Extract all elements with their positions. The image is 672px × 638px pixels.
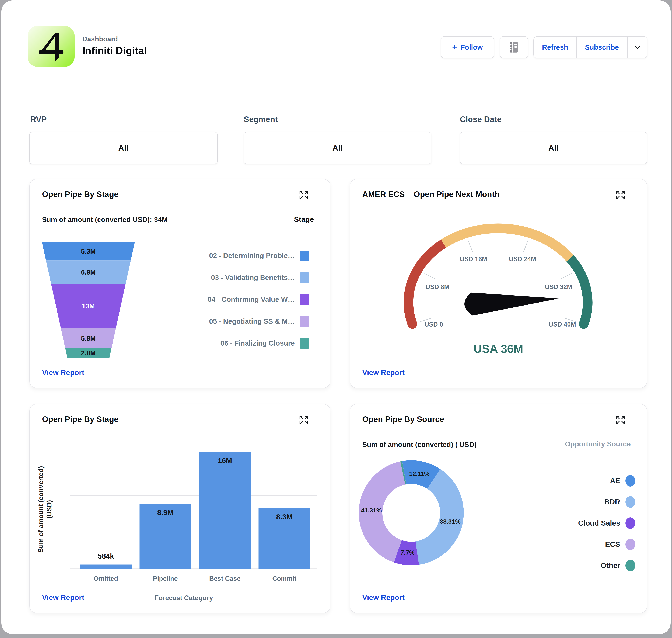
legend-item[interactable]: BDR (525, 491, 635, 513)
legend-label: BDR (604, 498, 620, 506)
logo-4-glyph (34, 30, 68, 63)
donut-subtitle: Sum of amount (converted) ( USD) (362, 441, 477, 449)
donut-legend: AEBDRCloud SalesECSOther (525, 470, 635, 576)
filter-label-close-date: Close Date (460, 115, 502, 124)
gauge-tick-label: USD 16M (460, 255, 487, 263)
more-actions-button[interactable] (627, 37, 647, 58)
expand-icon[interactable] (298, 189, 309, 201)
filter-value: All (118, 143, 128, 153)
card-open-pipe-by-source-donut: Open Pipe By Source Sum of amount (conve… (350, 404, 647, 613)
legend-label: 05 - Negotiating SS & M… (209, 317, 295, 325)
legend-item[interactable]: 02 - Determining Proble… (173, 245, 309, 267)
funnel-segment-value: 5.3M (81, 248, 96, 255)
gauge-arc-segment (409, 244, 444, 324)
legend-label: 03 - Validating Benefits… (211, 274, 295, 282)
filter-label-rvp: RVP (30, 115, 47, 124)
gauge-needle (464, 292, 559, 316)
funnel-segment-value: 5.8M (81, 335, 96, 342)
plus-icon: + (452, 43, 457, 51)
legend-label: ECS (605, 540, 620, 549)
refresh-button[interactable]: Refresh (534, 37, 576, 58)
legend-item[interactable]: 05 - Negotiating SS & M… (173, 310, 309, 332)
legend-label: Other (601, 561, 620, 570)
funnel-chart[interactable]: 5.3M6.9M13M5.8M2.8M (42, 242, 135, 358)
legend-swatch (300, 272, 309, 283)
card-open-pipe-by-stage-funnel: Open Pipe By Stage Sum of amount (conver… (29, 179, 330, 388)
follow-label: Follow (461, 44, 483, 51)
dashboard-page: Dashboard Infiniti Digital + Follow Refr… (1, 0, 671, 634)
funnel-segment-value: 6.9M (81, 269, 96, 276)
legend-swatch (625, 517, 635, 529)
donut-percent-label: 7.7% (400, 549, 415, 556)
bar-x-axis-label: Forecast Category (135, 594, 233, 602)
gauge-chart[interactable]: USD 0USD 8MUSD 16MUSD 24MUSD 32MUSD 40M (350, 179, 648, 388)
bar-chart[interactable]: 584kOmitted8.9MPipeline16MBest Case8.3MC… (59, 444, 327, 586)
legend-swatch (625, 560, 635, 571)
expand-icon[interactable] (298, 415, 309, 426)
follow-button[interactable]: + Follow (441, 36, 494, 58)
filter-select-segment[interactable]: All (244, 132, 431, 164)
funnel-subtitle: Sum of amount (converted USD): 34M (42, 216, 168, 223)
subscribe-label: Subscribe (585, 44, 619, 51)
subscribe-button[interactable]: Subscribe (576, 37, 627, 58)
expand-icon[interactable] (615, 415, 626, 426)
filter-select-close-date[interactable]: All (460, 132, 647, 164)
refresh-label: Refresh (542, 44, 568, 51)
y-axis-label-line: (USD) (45, 438, 54, 581)
app-logo (28, 26, 74, 67)
gauge-arc-segment (570, 258, 588, 324)
view-report-link[interactable]: View Report (362, 593, 404, 602)
legend-swatch (300, 316, 309, 327)
gauge-arc-cap (579, 319, 588, 329)
gauge-arc-cap (408, 319, 417, 329)
legend-item[interactable]: Cloud Sales (525, 513, 635, 534)
donut-percent-label: 41.31% (361, 507, 382, 514)
filter-label-segment: Segment (244, 115, 278, 124)
donut-chart[interactable]: 12.11%38.31%7.7%41.31% (359, 460, 464, 565)
gauge-tick-label: USD 40M (549, 321, 576, 328)
card-title: AMER ECS _ Open Pipe Next Month (362, 189, 500, 199)
chevron-down-icon (634, 45, 640, 49)
view-report-link[interactable]: View Report (362, 368, 404, 377)
gauge-value-label: USA 36M (350, 342, 647, 355)
bar-value-label: 16M (218, 456, 232, 465)
legend-label: 04 - Confirming Value W… (208, 296, 295, 303)
card-open-pipe-next-month-gauge: AMER ECS _ Open Pipe Next Month USD 0USD… (350, 179, 647, 388)
bar[interactable] (80, 565, 132, 569)
legend-label: Cloud Sales (578, 519, 620, 527)
legend-item[interactable]: ECS (525, 534, 635, 555)
gauge-tick (561, 273, 571, 279)
legend-swatch (625, 475, 635, 487)
bar[interactable] (199, 452, 251, 569)
notebook-button[interactable] (500, 36, 528, 58)
legend-swatch (300, 338, 309, 349)
gauge-tick-label: USD 8M (426, 283, 449, 290)
card-title: Open Pipe By Stage (42, 415, 119, 424)
legend-item[interactable]: 04 - Confirming Value W… (173, 288, 309, 310)
gauge-arc-segment (444, 228, 570, 258)
legend-item[interactable]: 03 - Validating Benefits… (173, 267, 309, 288)
gauge-tick (468, 241, 472, 252)
legend-swatch (300, 294, 309, 305)
gauge-tick-label: USD 24M (509, 255, 536, 263)
filter-select-rvp[interactable]: All (29, 132, 218, 164)
donut-legend-title: Opportunity Source (565, 440, 631, 448)
bar-y-axis-label: Sum of amount (converted)(USD) (37, 438, 58, 581)
bar-value-label: 584k (98, 552, 114, 560)
y-axis-label-line: Sum of amount (converted) (37, 438, 45, 581)
legend-swatch (300, 251, 309, 261)
legend-item[interactable]: Other (525, 555, 635, 576)
funnel-legend: 02 - Determining Proble…03 - Validating … (173, 245, 309, 354)
card-open-pipe-by-stage-bar: Open Pipe By Stage Sum of amount (conver… (29, 404, 330, 613)
view-report-link[interactable]: View Report (42, 368, 84, 377)
view-report-link[interactable]: View Report (42, 593, 84, 602)
expand-icon[interactable] (615, 189, 626, 201)
page-title: Infiniti Digital (82, 45, 147, 56)
legend-item[interactable]: AE (525, 470, 635, 491)
donut-percent-label: 12.11% (409, 470, 430, 477)
funnel-legend-title: Stage (294, 215, 314, 223)
legend-item[interactable]: 06 - Finalizing Closure (173, 332, 309, 354)
gauge-tick (425, 273, 435, 279)
legend-swatch (625, 539, 635, 550)
donut-percent-label: 38.31% (440, 518, 461, 525)
